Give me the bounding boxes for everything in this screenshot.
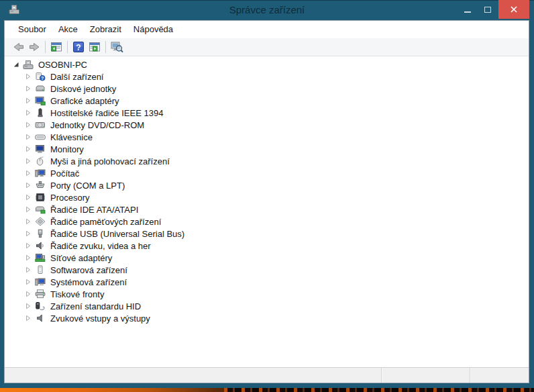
forward-button[interactable] bbox=[26, 40, 42, 54]
collapsed-triangle-icon[interactable] bbox=[25, 157, 34, 165]
tree-item-label: Diskové jednotky bbox=[49, 84, 117, 94]
status-section-main bbox=[5, 368, 381, 383]
tree-item[interactable]: Monitory bbox=[25, 143, 529, 155]
tree-item[interactable]: Řadiče USB (Universal Serial Bus) bbox=[25, 228, 529, 240]
close-button[interactable] bbox=[498, 0, 529, 19]
menu-akce[interactable]: Akce bbox=[52, 21, 84, 38]
tree-item[interactable]: Řadiče zvuku, videa a her bbox=[25, 240, 529, 252]
collapsed-triangle-icon[interactable] bbox=[25, 290, 34, 298]
collapsed-triangle-icon[interactable] bbox=[25, 266, 34, 274]
collapsed-triangle-icon[interactable] bbox=[25, 72, 34, 81]
tree-item[interactable]: Klávesnice bbox=[25, 131, 529, 143]
sound-icon bbox=[34, 241, 46, 251]
tree-item-label: Řadiče paměťových zařízení bbox=[49, 217, 162, 227]
maximize-button[interactable] bbox=[479, 0, 496, 19]
dvd-drive-icon bbox=[34, 120, 46, 130]
collapsed-triangle-icon[interactable] bbox=[25, 302, 34, 310]
collapsed-triangle-icon[interactable] bbox=[25, 254, 34, 262]
tree-item-label: Zvukové vstupy a výstupy bbox=[49, 313, 152, 324]
scan-hardware-changes-button[interactable] bbox=[109, 40, 125, 54]
collapsed-triangle-icon[interactable] bbox=[25, 85, 34, 93]
collapsed-triangle-icon[interactable] bbox=[25, 121, 34, 129]
tree-item[interactable]: Procesory bbox=[25, 191, 529, 203]
tree-item[interactable]: Systémová zařízení bbox=[25, 276, 529, 288]
ide-controller-icon bbox=[34, 205, 46, 215]
collapsed-triangle-icon[interactable] bbox=[25, 97, 34, 105]
collapsed-triangle-icon[interactable] bbox=[25, 133, 34, 141]
collapsed-triangle-icon[interactable] bbox=[25, 230, 34, 238]
scan-computer-icon bbox=[111, 42, 123, 53]
tree-item-label: Řadiče USB (Universal Serial Bus) bbox=[49, 229, 186, 239]
tree-item-label: Jednotky DVD/CD-ROM bbox=[49, 120, 146, 130]
device-tree: OSOBNI-PC ?Další zařízeníDiskové jednotk… bbox=[5, 56, 529, 367]
show-action-pane-button[interactable] bbox=[87, 40, 103, 54]
collapsed-triangle-icon[interactable] bbox=[25, 242, 34, 250]
svg-text:?: ? bbox=[76, 43, 81, 52]
collapsed-triangle-icon[interactable] bbox=[25, 278, 34, 286]
tree-item[interactable]: Řadiče IDE ATA/ATAPI bbox=[25, 203, 529, 215]
window-panel-left-icon bbox=[50, 42, 62, 52]
tree-item[interactable]: Síťové adaptéry bbox=[25, 252, 529, 264]
tree-item[interactable]: Myši a jiná polohovací zařízení bbox=[25, 155, 529, 167]
collapsed-triangle-icon[interactable] bbox=[25, 193, 34, 201]
maximize-icon bbox=[484, 7, 491, 13]
tree-item[interactable]: Počítač bbox=[25, 167, 529, 179]
menu-zobrazit[interactable]: Zobrazit bbox=[84, 21, 127, 38]
collapsed-triangle-icon[interactable] bbox=[25, 314, 34, 322]
arrow-right-icon bbox=[28, 42, 41, 52]
collapsed-triangle-icon[interactable] bbox=[25, 169, 34, 177]
close-icon bbox=[510, 5, 518, 13]
usb-icon bbox=[34, 229, 46, 239]
storage-controller-icon bbox=[34, 217, 46, 227]
minimize-button[interactable] bbox=[459, 0, 476, 19]
tree-item[interactable]: ?Další zařízení bbox=[25, 70, 529, 83]
collapsed-triangle-icon[interactable] bbox=[25, 181, 34, 189]
collapsed-triangle-icon[interactable] bbox=[25, 217, 34, 226]
tree-item[interactable]: Řadiče paměťových zařízení bbox=[25, 215, 529, 228]
tree-item-label: Hostitelské řadiče IEEE 1394 bbox=[49, 108, 164, 118]
window-body: Soubor Akce Zobrazit Nápověda bbox=[4, 20, 529, 383]
window-title: Správce zařízení bbox=[0, 0, 534, 20]
show-console-tree-button[interactable] bbox=[48, 40, 64, 54]
status-section-right bbox=[471, 368, 529, 383]
tree-root-item[interactable]: OSOBNI-PC bbox=[13, 58, 529, 70]
tree-item-label: Síťové adaptéry bbox=[49, 253, 113, 263]
expanded-triangle-icon[interactable] bbox=[13, 60, 22, 68]
help-button[interactable]: ? bbox=[70, 40, 87, 54]
tree-item[interactable]: Jednotky DVD/CD-ROM bbox=[25, 119, 529, 131]
collapsed-triangle-icon[interactable] bbox=[25, 109, 34, 117]
menu-soubor[interactable]: Soubor bbox=[12, 21, 52, 38]
tree-item[interactable]: Tiskové fronty bbox=[25, 288, 529, 300]
collapsed-triangle-icon[interactable] bbox=[25, 145, 34, 153]
tree-item[interactable]: Zařízení standardu HID bbox=[25, 300, 529, 312]
tree-item-label: Řadiče IDE ATA/ATAPI bbox=[49, 205, 140, 215]
keyboard-icon bbox=[34, 132, 46, 142]
computer-icon bbox=[34, 168, 46, 179]
device-manager-window: Správce zařízení Soubor Akce Zobrazit Ná… bbox=[0, 0, 534, 388]
tree-item[interactable]: Diskové jednotky bbox=[25, 83, 529, 95]
menu-napoveda[interactable]: Nápověda bbox=[127, 21, 179, 38]
toolbar-separator bbox=[105, 41, 106, 53]
tree-item-label: Myši a jiná polohovací zařízení bbox=[49, 156, 171, 166]
tree-item[interactable]: Grafické adaptéry bbox=[25, 95, 529, 107]
toolbar-separator bbox=[67, 41, 68, 53]
tree-item-label: Zařízení standardu HID bbox=[49, 301, 142, 311]
tree-item-label: Systémová zařízení bbox=[49, 277, 128, 287]
tree-item[interactable]: Softwarová zařízení bbox=[25, 264, 529, 276]
tree-item[interactable]: Hostitelské řadiče IEEE 1394 bbox=[25, 107, 529, 119]
collapsed-triangle-icon[interactable] bbox=[25, 205, 34, 213]
tree-item-label: Tiskové fronty bbox=[49, 289, 105, 299]
ports-icon bbox=[34, 181, 46, 191]
back-button[interactable] bbox=[10, 40, 26, 54]
tree-item[interactable]: Porty (COM a LPT) bbox=[25, 179, 529, 191]
tree-item-label: Řadiče zvuku, videa a her bbox=[49, 241, 152, 251]
tree-item-label: Procesory bbox=[49, 193, 91, 203]
help-icon: ? bbox=[73, 42, 84, 52]
software-device-icon bbox=[34, 265, 46, 275]
tree-item-label: Klávesnice bbox=[49, 132, 94, 142]
arrow-left-icon bbox=[12, 42, 25, 52]
processor-icon bbox=[34, 193, 46, 203]
mouse-icon bbox=[34, 156, 46, 166]
tree-item-label: Softwarová zařízení bbox=[49, 265, 129, 275]
tree-item[interactable]: Zvukové vstupy a výstupy bbox=[25, 312, 529, 324]
